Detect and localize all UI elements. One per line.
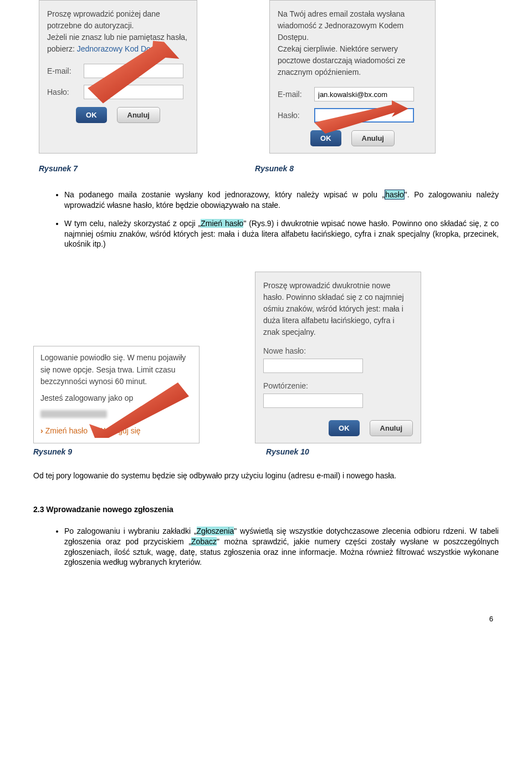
repeat-password-label: Powtórzenie:: [263, 381, 413, 391]
bullet-2-text-a: W tym celu, należy skorzystać z opcji „: [64, 219, 201, 228]
email-label: E-mail:: [278, 89, 309, 100]
dialog7-intro: Proszę wprowadzić poniżej dane potrzebne…: [47, 8, 189, 55]
ok-button[interactable]: OK: [76, 107, 107, 123]
dialog10-intro: Proszę wprowadzić dwukrotnie nowe hasło.…: [263, 280, 413, 338]
caption-rys10: Rysunek 10: [266, 447, 309, 457]
bullet-3-text-a: Po zalogowaniu i wybraniu zakładki „: [64, 527, 197, 535]
section-heading-2-3: 2.3 Wprowadzanie nowego zgłoszenia: [33, 504, 499, 515]
chevron-right-icon: ›: [40, 426, 43, 435]
bullet-2: W tym celu, należy skorzystać z opcji „Z…: [64, 218, 499, 250]
dialog8-intro1: Na Twój adres email została wysłana wiad…: [278, 9, 405, 42]
new-password-input[interactable]: [263, 359, 363, 373]
one-time-code-link[interactable]: Jednorazowy Kod Dostępu: [77, 44, 170, 53]
login-success-panel-rys9: Logowanie powiodło się. W menu pojawiły …: [33, 346, 200, 443]
paragraph-after: Od tej pory logowanie do systemu będzie …: [33, 471, 499, 481]
cancel-button[interactable]: Anuluj: [117, 107, 160, 123]
bullet-1-text-a: Na podanego maila zostanie wysłany kod j…: [64, 190, 385, 199]
dialog8-intro: Na Twój adres email została wysłana wiad…: [278, 8, 427, 78]
password-input[interactable]: [84, 85, 183, 99]
caption-rys8: Rysunek 8: [255, 164, 294, 174]
logout-link[interactable]: Wyloguj się: [101, 426, 140, 435]
dialog7-intro2b: .: [170, 44, 172, 53]
email-input[interactable]: [314, 87, 414, 101]
instruction-list-2: Po zalogowaniu i wybraniu zakładki „Zgło…: [33, 526, 499, 568]
bullet-1: Na podanego maila zostanie wysłany kod j…: [64, 190, 499, 211]
logged-in-as-line: Jesteś zalogowany jako operator: [40, 392, 192, 405]
change-password-dialog-rys10: Proszę wprowadzić dwukrotnie nowe hasło.…: [255, 272, 421, 443]
password-label: Hasło:: [278, 110, 309, 121]
caption-rys7: Rysunek 7: [39, 164, 78, 174]
repeat-password-input[interactable]: [263, 394, 363, 408]
account-links: ›Zmień hasło ›Wyloguj się: [40, 425, 192, 437]
email-input[interactable]: [84, 64, 183, 78]
caption-rys9: Rysunek 9: [33, 447, 72, 457]
highlight-zmien-haslo: Zmień hasło: [201, 219, 243, 228]
chevron-right-icon: ›: [96, 426, 99, 435]
blurred-name: [40, 410, 107, 418]
instruction-list: Na podanego maila zostanie wysłany kod j…: [33, 190, 499, 249]
login-dialog-rys8: Na Twój adres email została wysłana wiad…: [269, 0, 436, 154]
ok-button[interactable]: OK: [310, 130, 341, 146]
ok-button[interactable]: OK: [329, 420, 360, 436]
change-password-link[interactable]: Zmień hasło: [45, 426, 88, 435]
password-label: Hasło:: [47, 87, 78, 98]
highlight-zobacz: Zobacz: [191, 537, 217, 546]
cancel-button[interactable]: Anuluj: [370, 420, 413, 436]
highlight-zgloszenia: Zgłoszenia: [197, 527, 234, 535]
dialog8-intro2: Czekaj cierpliwie. Niektóre serwery pocz…: [278, 44, 405, 76]
page-number: 6: [0, 592, 532, 630]
email-label: E-mail:: [47, 66, 78, 76]
login-dialog-rys7: Proszę wprowadzić poniżej dane potrzebne…: [39, 0, 197, 154]
new-password-label: Nowe hasło:: [263, 346, 413, 356]
password-input[interactable]: [314, 108, 414, 122]
login-success-text: Logowanie powiodło się. W menu pojawiły …: [40, 352, 192, 388]
highlight-haslo: hasło: [385, 190, 404, 200]
dialog7-intro1: Proszę wprowadzić poniżej dane potrzebne…: [47, 9, 160, 30]
logged-in-a: Jesteś zalogowany jako op: [40, 394, 133, 402]
bullet-3: Po zalogowaniu i wybraniu zakładki „Zgło…: [64, 526, 499, 568]
cancel-button[interactable]: Anuluj: [351, 130, 395, 146]
